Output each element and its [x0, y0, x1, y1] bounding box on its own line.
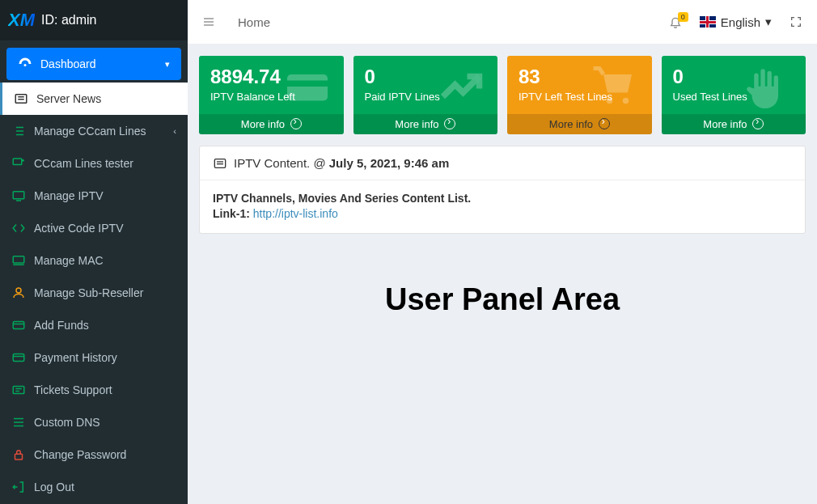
- stat-box-used-lines: 0 Used Test Lines More info: [662, 56, 806, 134]
- stat-value: 0: [673, 66, 795, 88]
- iptv-link[interactable]: http://iptv-list.info: [253, 207, 338, 220]
- svg-point-0: [24, 64, 27, 66]
- iptv-content-card: IPTV Content. @ July 5, 2021, 9:46 am IP…: [199, 146, 806, 234]
- tester-icon: [11, 156, 26, 171]
- sidebar-item-label: Tickets Support: [34, 383, 112, 396]
- stat-box-test-lines: 83 IPTV Left Test Lines More info: [507, 56, 652, 134]
- hamburger-icon[interactable]: [202, 15, 215, 28]
- svg-rect-19: [13, 354, 24, 362]
- stat-more-link[interactable]: More info: [507, 114, 652, 134]
- stat-row: 8894.74 IPTV Balance Left More info 0 Pa…: [199, 56, 806, 134]
- card-body: IPTV Channels, Movies And Series Content…: [200, 180, 805, 233]
- svg-rect-12: [13, 192, 24, 199]
- content-area: 8894.74 IPTV Balance Left More info 0 Pa…: [188, 44, 817, 504]
- chevron-left-icon: ‹: [173, 126, 176, 136]
- svg-point-11: [22, 159, 24, 162]
- card-body-text: IPTV Channels, Movies And Series Content…: [213, 192, 471, 205]
- sidebar-item-label: Manage CCcam Lines: [34, 125, 146, 138]
- sidebar-item-label: Add Funds: [34, 319, 89, 332]
- card-title-date: July 5, 2021, 9:46 am: [329, 156, 449, 170]
- notification-badge: 0: [678, 12, 688, 22]
- svg-rect-21: [13, 387, 24, 394]
- stat-label: IPTV Left Test Lines: [519, 91, 641, 103]
- stat-label: Paid IPTV Lines: [365, 91, 487, 103]
- dashboard-icon: [18, 57, 32, 71]
- list-icon: [213, 157, 227, 170]
- sidebar-item-label: Manage IPTV: [34, 189, 104, 202]
- sidebar-item-dashboard[interactable]: Dashboard ▾: [6, 48, 181, 80]
- sidebar-item-sub-reseller[interactable]: Manage Sub-Reseller: [0, 277, 188, 309]
- topbar: Home 0 English ▾: [188, 0, 817, 44]
- sidebar-item-label: Log Out: [34, 481, 74, 493]
- iptv-icon: [11, 188, 26, 203]
- sidebar-item-payment-history[interactable]: Payment History: [0, 341, 188, 374]
- sidebar-item-label: Server News: [36, 92, 101, 105]
- card-icon: [11, 318, 26, 332]
- dns-icon: [11, 415, 26, 430]
- sidebar-item-cccam-tester[interactable]: CCcam Lines tester: [0, 147, 188, 180]
- stat-label: IPTV Balance Left: [210, 91, 332, 103]
- svg-point-16: [16, 288, 21, 293]
- svg-rect-17: [13, 322, 24, 329]
- svg-rect-10: [13, 159, 22, 165]
- flag-icon: [700, 16, 716, 28]
- lock-icon: [11, 447, 26, 462]
- stat-value: 83: [519, 66, 641, 88]
- arrow-circle-icon: [444, 118, 455, 129]
- language-selector[interactable]: English ▾: [700, 15, 772, 29]
- brand-id: ID: admin: [41, 13, 96, 28]
- stat-label: Used Test Lines: [673, 91, 795, 103]
- topbar-left: Home: [202, 15, 270, 29]
- link-label: Link-1:: [213, 207, 253, 220]
- svg-rect-27: [15, 454, 23, 460]
- sidebar-item-label: Dashboard: [40, 57, 96, 70]
- arrow-circle-icon: [752, 118, 764, 129]
- sidebar-item-tickets[interactable]: Tickets Support: [0, 374, 188, 406]
- stat-value: 0: [365, 66, 487, 88]
- sidebar-item-label: Manage Sub-Reseller: [34, 286, 143, 299]
- sidebar-item-server-news[interactable]: Server News: [0, 83, 188, 115]
- user-panel-title: User Panel Area: [199, 282, 806, 317]
- sidebar-item-label: Custom DNS: [34, 416, 100, 429]
- stat-value: 8894.74: [210, 66, 332, 88]
- stat-more-link[interactable]: More info: [199, 114, 344, 134]
- arrow-circle-icon: [290, 118, 302, 129]
- arrow-circle-icon: [599, 118, 610, 129]
- sidebar-item-manage-mac[interactable]: Manage MAC: [0, 244, 188, 277]
- breadcrumb[interactable]: Home: [238, 15, 270, 29]
- svg-rect-14: [13, 256, 24, 263]
- sidebar-item-change-password[interactable]: Change Password: [0, 438, 188, 471]
- news-icon: [14, 91, 28, 106]
- stat-more-link[interactable]: More info: [662, 114, 806, 134]
- sidebar-item-active-code[interactable]: Active Code IPTV: [0, 212, 188, 244]
- notifications-button[interactable]: 0: [669, 15, 682, 28]
- sidebar-item-label: Change Password: [34, 448, 126, 461]
- brand-logo: XM: [8, 10, 35, 31]
- sidebar: XM ID: admin Dashboard ▾ Server News Man…: [0, 0, 188, 504]
- sidebar-menu: Dashboard ▾ Server News Manage CCcam Lin…: [0, 40, 188, 504]
- user-icon: [11, 286, 26, 300]
- brand-bar: XM ID: admin: [0, 0, 188, 40]
- logout-icon: [11, 480, 26, 494]
- ticket-icon: [11, 383, 26, 397]
- sidebar-item-label: Payment History: [34, 351, 117, 364]
- caret-down-icon: ▾: [765, 15, 772, 29]
- sidebar-item-add-funds[interactable]: Add Funds: [0, 309, 188, 341]
- stat-more-link[interactable]: More info: [353, 114, 498, 134]
- sidebar-item-label: CCcam Lines tester: [34, 157, 133, 170]
- stat-box-paid-lines: 0 Paid IPTV Lines More info: [353, 56, 498, 134]
- fullscreen-button[interactable]: [789, 15, 802, 28]
- chevron-down-icon: ▾: [165, 59, 170, 70]
- code-icon: [11, 221, 26, 235]
- card-header: IPTV Content. @ July 5, 2021, 9:46 am: [200, 146, 805, 180]
- language-label: English: [721, 15, 760, 29]
- sidebar-item-cccam-lines[interactable]: Manage CCcam Lines ‹: [0, 115, 188, 147]
- card-icon: [11, 350, 26, 365]
- sidebar-item-logout[interactable]: Log Out: [0, 471, 188, 503]
- sidebar-item-manage-iptv[interactable]: Manage IPTV: [0, 180, 188, 212]
- list-icon: [11, 124, 26, 138]
- sidebar-item-label: Manage MAC: [34, 254, 104, 267]
- card-title-prefix: IPTV Content. @: [234, 156, 329, 170]
- stat-box-balance: 8894.74 IPTV Balance Left More info: [199, 56, 344, 134]
- sidebar-item-custom-dns[interactable]: Custom DNS: [0, 406, 188, 438]
